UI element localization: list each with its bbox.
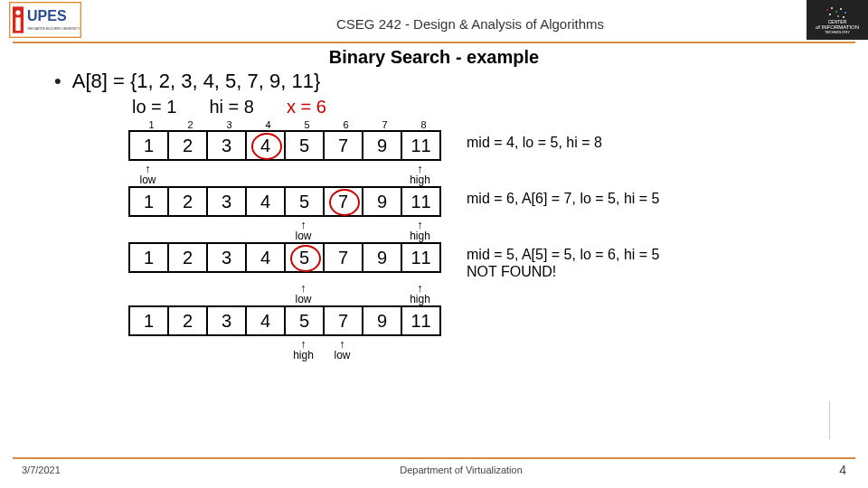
cell: 2 <box>169 188 208 215</box>
array-statement: A[8] = {1, 2, 3, 4, 5, 7, 9, 11} <box>72 70 321 93</box>
array-row: 123457911mid = 6, A[6] = 7, lo = 5, hi =… <box>54 186 814 217</box>
cell: 4 <box>247 307 286 334</box>
circle-marker <box>251 133 282 160</box>
pointer-row: ↑low↑high <box>54 282 814 305</box>
step-note: mid = 6, A[6] = 7, lo = 5, hi = 5 <box>467 186 659 207</box>
pointer: ↑low <box>284 282 323 305</box>
pointer-row: ↑high↑low <box>54 338 814 361</box>
cell: 1 <box>130 132 169 159</box>
cells: 123457911 <box>128 242 441 273</box>
footer-dept: Department of Virtualization <box>112 465 810 475</box>
cell: 1 <box>130 307 169 334</box>
cell: 9 <box>363 307 402 334</box>
pointer-label: low <box>139 174 156 185</box>
cell: 1 <box>130 244 169 271</box>
cell: 9 <box>363 132 402 159</box>
cell: 2 <box>169 244 208 271</box>
svg-point-10 <box>829 14 831 15</box>
index-label: 3 <box>210 119 249 130</box>
content-area: • A[8] = {1, 2, 3, 4, 5, 7, 9, 11} lo = … <box>0 70 868 361</box>
svg-point-5 <box>826 9 828 11</box>
index-row: 12345678 <box>54 119 814 130</box>
cell: 3 <box>208 188 247 215</box>
footer-page: 4 <box>810 463 846 477</box>
pointer-label: high <box>293 350 314 361</box>
cell: 4 <box>247 188 286 215</box>
circle-marker <box>290 245 321 272</box>
var-x: x = 6 <box>287 97 326 117</box>
cell: 11 <box>402 132 439 159</box>
pointer-label: high <box>410 294 430 305</box>
pointer: ↑high <box>401 163 439 185</box>
course-title: CSEG 242 - Design & Analysis of Algorith… <box>81 9 859 32</box>
cell: 4 <box>247 132 286 159</box>
svg-point-7 <box>835 11 837 13</box>
index-label: 6 <box>326 119 365 130</box>
index-label: 4 <box>249 119 288 130</box>
index-label: 7 <box>365 119 404 130</box>
pointer-label: low <box>295 230 311 241</box>
pointer-label: high <box>410 174 430 185</box>
pointer-label: low <box>334 350 350 361</box>
cells: 123457911 <box>128 305 441 336</box>
cell: 1 <box>130 188 169 215</box>
cell: 11 <box>402 244 439 271</box>
pointer: ↑high <box>401 282 439 305</box>
cell: 9 <box>363 244 402 271</box>
cell: 7 <box>325 132 363 159</box>
cell: 7 <box>325 188 363 215</box>
index-label: 1 <box>132 119 171 130</box>
index-label: 8 <box>404 119 443 130</box>
pointer: ↑low <box>284 219 323 241</box>
pointer: ↑high <box>401 219 439 241</box>
cells: 123457911 <box>128 130 441 161</box>
cell: 3 <box>208 244 247 271</box>
svg-point-2 <box>15 10 20 14</box>
pointer: ↑low <box>128 163 167 185</box>
cell: 5 <box>286 132 325 159</box>
cells: 123457911 <box>128 186 441 217</box>
slide-title: Binary Search - example <box>0 43 868 70</box>
cell: 3 <box>208 307 247 334</box>
cell: 7 <box>325 244 363 271</box>
circle-marker <box>329 189 360 216</box>
pointer-label: high <box>410 230 430 241</box>
bullet-icon: • <box>54 70 61 93</box>
cell: 11 <box>402 188 439 215</box>
svg-text:THE NATION BUILDERS UNIVERSITY: THE NATION BUILDERS UNIVERSITY <box>27 27 80 31</box>
logo-upes: UPES THE NATION BUILDERS UNIVERSITY <box>9 2 81 38</box>
pointer-row: ↑low↑high <box>54 163 814 186</box>
logo-corner: CENTER of INFORMATION TECHNOLOGY <box>807 0 868 40</box>
footer: 3/7/2021 Department of Virtualization 4 <box>0 463 868 477</box>
pointer-label: low <box>295 294 311 305</box>
step-note: mid = 4, lo = 5, hi = 8 <box>467 130 602 151</box>
cell: 7 <box>325 307 363 334</box>
cell: 3 <box>208 132 247 159</box>
array-row: 123457911 <box>54 305 814 336</box>
svg-point-8 <box>840 8 842 10</box>
pointer: ↑low <box>323 338 362 361</box>
footer-rule <box>13 457 855 459</box>
var-hi: hi = 8 <box>209 97 253 117</box>
cell: 4 <box>247 244 286 271</box>
index-label: 5 <box>288 119 326 130</box>
cell: 9 <box>363 188 402 215</box>
array-row: 123457911mid = 4, lo = 5, hi = 8 <box>54 130 814 161</box>
cell: 5 <box>286 244 325 271</box>
svg-point-6 <box>831 7 833 9</box>
footer-date: 3/7/2021 <box>22 465 112 475</box>
pointer: ↑high <box>284 338 323 361</box>
cell: 5 <box>286 188 325 215</box>
svg-point-11 <box>837 15 839 17</box>
cell: 2 <box>169 132 208 159</box>
cell: 2 <box>169 307 208 334</box>
var-lo: lo = 1 <box>132 97 176 117</box>
cell: 11 <box>402 307 439 334</box>
svg-text:UPES: UPES <box>27 8 67 23</box>
array-row: 123457911mid = 5, A[5] = 5, lo = 6, hi =… <box>54 242 814 280</box>
vertical-divider <box>829 401 830 439</box>
svg-point-12 <box>843 16 844 18</box>
svg-point-9 <box>844 12 846 14</box>
cell: 5 <box>286 307 325 334</box>
step-note: mid = 5, A[5] = 5, lo = 6, hi = 5NOT FOU… <box>467 242 659 280</box>
